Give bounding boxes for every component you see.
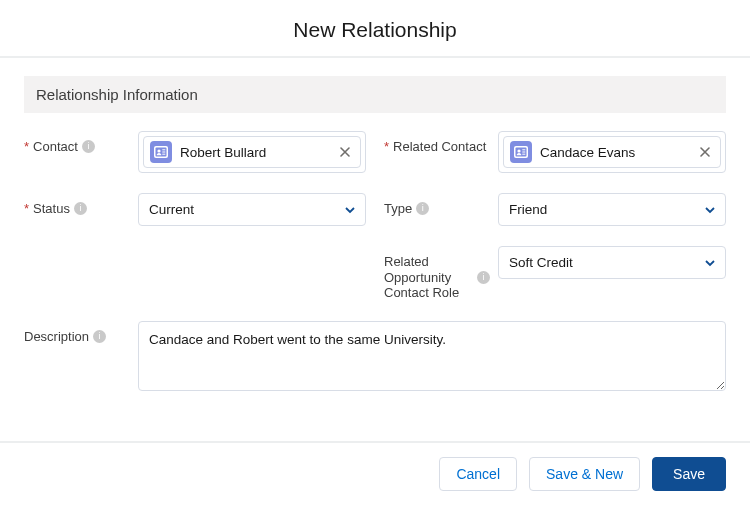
required-indicator: * xyxy=(24,201,29,217)
section-header: Relationship Information xyxy=(24,76,726,113)
related-opp-role-select[interactable]: Soft Credit xyxy=(498,246,726,279)
modal-header: New Relationship xyxy=(0,0,750,58)
clear-icon[interactable] xyxy=(336,143,354,161)
related-contact-label: * Related Contact xyxy=(384,131,490,155)
modal-body: Relationship Information * Contact i xyxy=(0,58,750,441)
svg-rect-9 xyxy=(522,149,525,150)
required-indicator: * xyxy=(384,139,389,155)
form-grid: * Contact i Robert Bullard xyxy=(24,131,726,395)
related-opp-role-value: Soft Credit xyxy=(509,255,573,270)
svg-rect-5 xyxy=(162,154,165,155)
svg-point-8 xyxy=(517,149,520,152)
description-label: Description i xyxy=(24,321,130,345)
field-related-opp-role: Related Opportunity Contact Role i Soft … xyxy=(384,246,726,301)
svg-rect-10 xyxy=(522,152,525,153)
field-contact: * Contact i Robert Bullard xyxy=(24,131,366,173)
cancel-button[interactable]: Cancel xyxy=(439,457,517,491)
info-icon[interactable]: i xyxy=(82,140,95,153)
type-label: Type i xyxy=(384,193,490,217)
save-button[interactable]: Save xyxy=(652,457,726,491)
related-contact-value: Candace Evans xyxy=(540,145,688,160)
status-label: * Status i xyxy=(24,193,130,217)
contact-label: * Contact i xyxy=(24,131,130,155)
contact-icon xyxy=(150,141,172,163)
status-value: Current xyxy=(149,202,194,217)
status-select[interactable]: Current xyxy=(138,193,366,226)
info-icon[interactable]: i xyxy=(93,330,106,343)
svg-rect-3 xyxy=(162,149,165,150)
clear-icon[interactable] xyxy=(696,143,714,161)
info-icon[interactable]: i xyxy=(74,202,87,215)
empty-cell xyxy=(24,246,366,301)
related-contact-lookup[interactable]: Candace Evans xyxy=(498,131,726,173)
contact-icon xyxy=(510,141,532,163)
related-opp-role-label: Related Opportunity Contact Role i xyxy=(384,246,490,301)
field-description: Description i xyxy=(24,321,726,395)
chevron-down-icon xyxy=(705,205,715,215)
modal-title: New Relationship xyxy=(0,18,750,42)
type-select[interactable]: Friend xyxy=(498,193,726,226)
svg-point-2 xyxy=(157,149,160,152)
type-value: Friend xyxy=(509,202,547,217)
chevron-down-icon xyxy=(705,258,715,268)
new-relationship-modal: New Relationship Relationship Informatio… xyxy=(0,0,750,509)
info-icon[interactable]: i xyxy=(477,271,490,284)
svg-rect-11 xyxy=(522,154,525,155)
contact-lookup[interactable]: Robert Bullard xyxy=(138,131,366,173)
field-status: * Status i Current xyxy=(24,193,366,226)
contact-value: Robert Bullard xyxy=(180,145,328,160)
field-related-contact: * Related Contact Candace Evans xyxy=(384,131,726,173)
save-and-new-button[interactable]: Save & New xyxy=(529,457,640,491)
description-textarea[interactable] xyxy=(138,321,726,391)
info-icon[interactable]: i xyxy=(416,202,429,215)
svg-rect-4 xyxy=(162,152,165,153)
field-type: Type i Friend xyxy=(384,193,726,226)
chevron-down-icon xyxy=(345,205,355,215)
modal-footer: Cancel Save & New Save xyxy=(0,441,750,509)
required-indicator: * xyxy=(24,139,29,155)
